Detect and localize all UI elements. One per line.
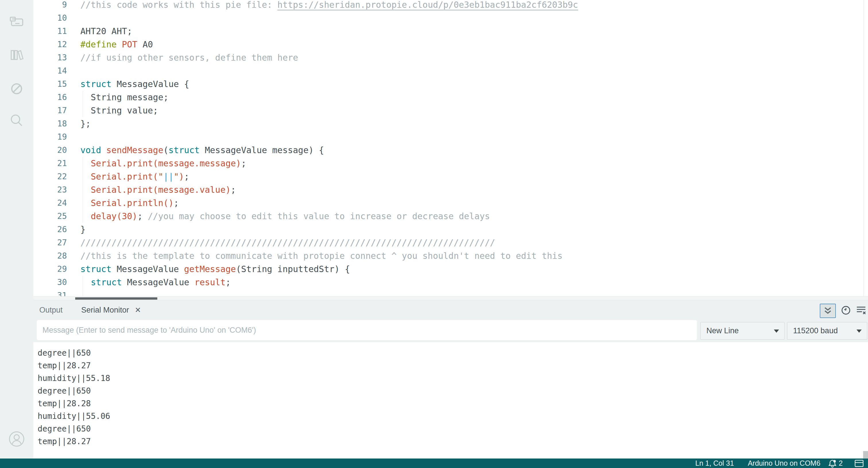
code-line[interactable]: 21 Serial.print(message.message); (33, 157, 868, 170)
debug-disabled-icon[interactable] (9, 81, 25, 97)
line-number: 13 (33, 51, 67, 64)
code-line[interactable]: 11AHT20 AHT; (33, 25, 868, 38)
baud-rate-select[interactable]: 115200 baud (787, 322, 867, 340)
library-manager-icon[interactable] (9, 47, 25, 63)
toggle-autoscroll-button[interactable] (820, 304, 836, 318)
code-line[interactable]: 24 Serial.println(); (33, 197, 868, 210)
search-icon[interactable] (8, 112, 25, 129)
serial-output-line: temp||28.27 (38, 435, 868, 448)
code-line[interactable]: 9//this code works with this pie file: h… (33, 0, 868, 11)
line-number: 26 (33, 223, 67, 236)
tab-serial-monitor-label: Serial Monitor (81, 306, 129, 315)
double-chevron-down-icon (823, 306, 833, 316)
baud-rate-value: 115200 baud (793, 326, 838, 335)
code-lines: 9//this code works with this pie file: h… (33, 0, 868, 300)
tab-output[interactable]: Output (39, 300, 63, 320)
serial-output-line: humidity||55.06 (38, 410, 868, 422)
tab-output-label: Output (39, 306, 63, 315)
code-text: struct MessageValue result; (81, 276, 231, 289)
board-port-status[interactable]: Arduino Uno on COM6 (748, 459, 820, 467)
activity-sidebar (0, 0, 33, 459)
code-text: //this code works with this pie file: ht… (81, 0, 578, 11)
status-bar: Ln 1, Col 31 Arduino Uno on COM6 2 (0, 459, 868, 468)
code-line[interactable]: 17 String value; (33, 104, 868, 117)
arduino-ide-window: 9//this code works with this pie file: h… (0, 0, 868, 468)
code-text: }; (81, 117, 91, 130)
code-line[interactable]: 14 (33, 64, 868, 78)
code-text: Serial.print(message.message); (81, 157, 246, 170)
account-icon[interactable] (7, 430, 26, 448)
notifications-button[interactable]: 2 (828, 459, 843, 468)
horizontal-scrollbar-thumb[interactable] (75, 297, 157, 300)
line-number: 14 (33, 64, 67, 78)
line-number: 18 (33, 117, 67, 130)
tab-serial-monitor[interactable]: Serial Monitor ✕ (81, 300, 141, 320)
serial-output-line: temp||28.28 (38, 397, 868, 410)
code-line[interactable]: 28//this is the template to communicate … (33, 250, 868, 263)
code-text: delay(30); //you may choose to edit this… (81, 210, 490, 223)
caret-down-icon (774, 329, 779, 333)
code-line[interactable]: 22 Serial.print("||"); (33, 170, 868, 183)
toggle-timestamp-button[interactable] (841, 305, 851, 315)
clear-output-icon (856, 305, 866, 315)
code-text: void sendMessage(struct MessageValue mes… (81, 144, 324, 157)
editor-scrollbar-track (863, 0, 864, 300)
horizontal-scrollbar[interactable] (33, 296, 868, 300)
line-number: 17 (33, 104, 67, 117)
line-number: 24 (33, 197, 67, 210)
vertical-scrollbar-thumb[interactable] (863, 451, 868, 459)
line-number: 12 (33, 38, 67, 51)
bottom-panel: Output Serial Monitor ✕ (33, 300, 868, 459)
code-text: String message; (81, 91, 168, 104)
code-text: Serial.println(); (81, 197, 179, 210)
line-number: 19 (33, 130, 67, 144)
line-number: 22 (33, 170, 67, 183)
code-line[interactable]: 15struct MessageValue { (33, 78, 868, 91)
code-text: AHT20 AHT; (81, 25, 132, 38)
code-editor[interactable]: 9//this code works with this pie file: h… (33, 0, 868, 300)
code-text: //this is the template to communicate wi… (81, 250, 563, 263)
code-line[interactable]: 13//if using other sensors, define them … (33, 51, 868, 64)
code-line[interactable]: 25 delay(30); //you may choose to edit t… (33, 210, 868, 223)
caret-down-icon (857, 329, 862, 333)
clear-output-button[interactable] (856, 305, 866, 315)
line-number: 30 (33, 276, 67, 289)
line-number: 27 (33, 236, 67, 250)
code-text: String value; (81, 104, 158, 117)
code-line[interactable]: 30 struct MessageValue result; (33, 276, 868, 289)
code-line[interactable]: 16 String message; (33, 91, 868, 104)
code-line[interactable]: 26} (33, 223, 868, 236)
line-ending-value: New Line (706, 326, 739, 335)
code-line[interactable]: 12#define POT A0 (33, 38, 868, 51)
line-number: 25 (33, 210, 67, 223)
boards-manager-icon[interactable] (9, 14, 25, 30)
panel-tab-bar: Output Serial Monitor ✕ (33, 300, 868, 320)
line-number: 9 (33, 0, 67, 11)
close-tab-icon[interactable]: ✕ (135, 306, 141, 315)
serial-message-input[interactable] (37, 320, 697, 340)
line-ending-select[interactable]: New Line (701, 322, 784, 340)
code-line[interactable]: 29struct MessageValue getMessage(String … (33, 263, 868, 276)
code-line[interactable]: 19 (33, 130, 868, 144)
serial-output-line: degree||650 (38, 347, 868, 359)
serial-output-line: temp||28.27 (38, 359, 868, 372)
toggle-panel-button[interactable] (854, 459, 864, 467)
line-number: 11 (33, 25, 67, 38)
line-number: 20 (33, 144, 67, 157)
code-line[interactable]: 27//////////////////////////////////////… (33, 236, 868, 250)
serial-output-area[interactable]: degree||650temp||28.27humidity||55.18deg… (33, 342, 868, 459)
line-number: 29 (33, 263, 67, 276)
code-line[interactable]: 20void sendMessage(struct MessageValue m… (33, 144, 868, 157)
code-line[interactable]: 10 (33, 11, 868, 25)
line-number: 10 (33, 11, 67, 25)
serial-output-line: degree||650 (38, 385, 868, 397)
panel-layout-icon (854, 459, 864, 467)
cursor-position[interactable]: Ln 1, Col 31 (695, 459, 734, 467)
line-number: 15 (33, 78, 67, 91)
code-text: struct MessageValue getMessage(String in… (81, 263, 350, 276)
code-line[interactable]: 23 Serial.print(message.value); (33, 183, 868, 197)
code-text: ////////////////////////////////////////… (81, 236, 495, 250)
serial-output-line: degree||650 (38, 422, 868, 435)
code-line[interactable]: 18}; (33, 117, 868, 130)
bell-icon (828, 459, 836, 468)
